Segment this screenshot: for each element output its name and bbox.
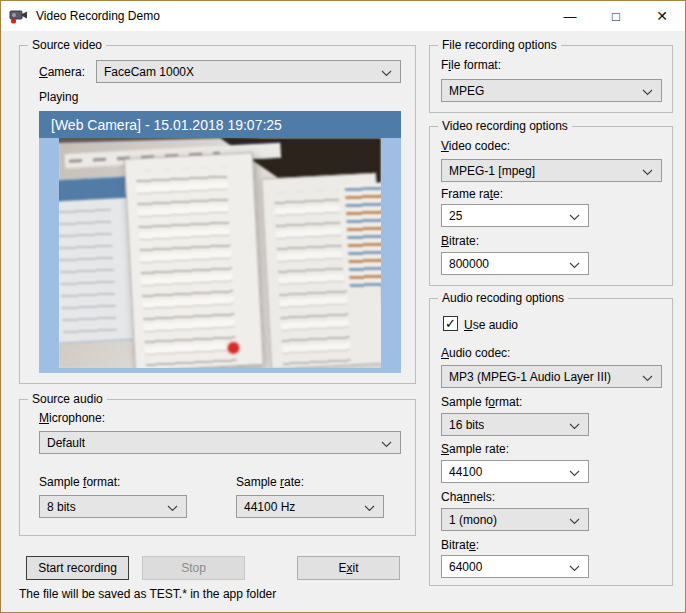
chevron-down-icon [381, 70, 392, 77]
sample-format-combobox[interactable]: 8 bits [39, 495, 187, 518]
video-bitrate-label: Bitrate: [441, 234, 479, 248]
camera-combobox[interactable]: FaceCam 1000X [96, 60, 401, 83]
title-bar: Video Recording Demo — □ ✕ [1, 1, 685, 31]
audio-sample-format-combobox[interactable]: 16 bits [441, 413, 589, 436]
microphone-value: Default [47, 436, 85, 450]
audio-bitrate-combobox[interactable]: 64000 [441, 555, 589, 578]
chevron-down-icon [569, 518, 580, 525]
frame-rate-combobox[interactable]: 25 [441, 204, 589, 227]
chevron-down-icon [642, 89, 653, 96]
app-window: Video Recording Demo — □ ✕ Source video … [0, 0, 686, 613]
video-codec-combobox[interactable]: MPEG-1 [mpeg] [441, 159, 662, 182]
use-audio-label[interactable]: Use audio [464, 318, 518, 332]
video-preview-frame [39, 138, 401, 373]
checkmark-icon: ✓ [445, 317, 456, 330]
group-title-video-options: Video recording options [438, 119, 572, 133]
frame-rate-label: Frame rate: [441, 187, 503, 201]
audio-codec-combobox[interactable]: MP3 (MPEG-1 Audio Layer III) [441, 365, 662, 388]
audio-bitrate-value: 64000 [449, 560, 482, 574]
file-format-value: MPEG [449, 84, 484, 98]
use-audio-checkbox[interactable]: ✓ [443, 316, 458, 331]
minimize-button[interactable]: — [547, 1, 593, 31]
file-format-label: File format: [441, 58, 501, 72]
chevron-down-icon [569, 423, 580, 430]
group-title-source-audio: Source audio [28, 392, 107, 406]
audio-codec-label: Audio codec: [441, 346, 510, 360]
microphone-combobox[interactable]: Default [39, 431, 401, 454]
video-codec-value: MPEG-1 [mpeg] [449, 164, 535, 178]
group-title-source-video: Source video [28, 38, 106, 52]
video-codec-label: Video codec: [441, 139, 510, 153]
channels-combobox[interactable]: 1 (mono) [441, 508, 589, 531]
start-recording-button[interactable]: Start recording [26, 556, 129, 580]
video-preview-title: [Web Camera] - 15.01.2018 19:07:25 [51, 117, 282, 133]
webcam-image [59, 138, 381, 368]
chevron-down-icon [569, 262, 580, 269]
audio-sample-format-value: 16 bits [449, 418, 484, 432]
sample-format-label: Sample format: [39, 475, 120, 489]
microphone-label: Microphone: [39, 411, 105, 425]
file-format-combobox[interactable]: MPEG [441, 79, 662, 102]
audio-sample-format-label: Sample format: [441, 395, 522, 409]
video-preview: [Web Camera] - 15.01.2018 19:07:25 [39, 111, 401, 373]
camera-value: FaceCam 1000X [104, 65, 194, 79]
window-controls: — □ ✕ [547, 1, 685, 31]
group-title-audio-options: Audio recoding options [438, 291, 568, 305]
audio-bitrate-label: Bitrate: [441, 538, 479, 552]
group-title-file-options: File recording options [438, 38, 561, 52]
status-text: The file will be saved as TEST.* in the … [19, 587, 276, 601]
chevron-down-icon [569, 214, 580, 221]
chevron-down-icon [642, 375, 653, 382]
channels-value: 1 (mono) [449, 513, 497, 527]
close-button[interactable]: ✕ [639, 1, 685, 31]
chevron-down-icon [381, 441, 392, 448]
sample-rate-label: Sample rate: [236, 475, 304, 489]
audio-sample-rate-label: Sample rate: [441, 442, 509, 456]
audio-sample-rate-combobox[interactable]: 44100 [441, 460, 589, 483]
sample-format-value: 8 bits [47, 500, 76, 514]
video-preview-titlebar: [Web Camera] - 15.01.2018 19:07:25 [39, 111, 401, 138]
chevron-down-icon [569, 565, 580, 572]
channels-label: Channels: [441, 490, 495, 504]
video-bitrate-value: 800000 [449, 257, 489, 271]
exit-button[interactable]: Exit [297, 556, 400, 580]
video-bitrate-combobox[interactable]: 800000 [441, 252, 589, 275]
sample-rate-combobox[interactable]: 44100 Hz [236, 495, 384, 518]
chevron-down-icon [364, 505, 375, 512]
sample-rate-value: 44100 Hz [244, 500, 295, 514]
camera-label: Camera: [39, 65, 85, 79]
chevron-down-icon [569, 470, 580, 477]
playing-label: Playing [39, 90, 78, 104]
frame-rate-value: 25 [449, 209, 462, 223]
app-icon [9, 8, 29, 25]
maximize-button[interactable]: □ [593, 1, 639, 31]
window-title: Video Recording Demo [36, 9, 160, 23]
chevron-down-icon [167, 505, 178, 512]
stop-button: Stop [142, 556, 245, 580]
audio-sample-rate-value: 44100 [449, 465, 482, 479]
chevron-down-icon [642, 169, 653, 176]
audio-codec-value: MP3 (MPEG-1 Audio Layer III) [449, 370, 611, 384]
